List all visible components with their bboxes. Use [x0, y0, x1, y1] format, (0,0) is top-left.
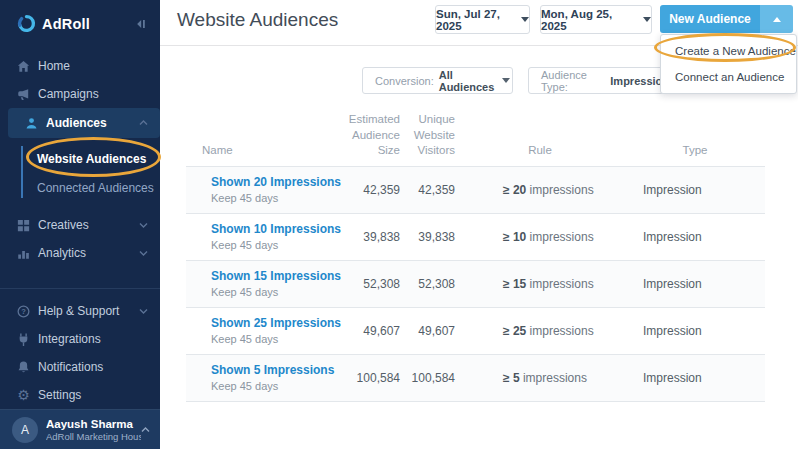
menu-item-create-new-audience[interactable]: Create a New Audience: [661, 38, 796, 64]
chevron-down-icon: [139, 308, 148, 314]
bar-chart-icon: [16, 246, 31, 261]
conversion-filter[interactable]: Conversion: All Audiences: [362, 67, 513, 94]
table-row: Shown 20 Impressions Keep 45 days 42,359…: [186, 167, 765, 214]
sidebar-item-campaigns[interactable]: Campaigns: [0, 80, 160, 108]
sidebar-item-help-support[interactable]: ? Help & Support: [0, 297, 160, 325]
sidebar-item-label: Home: [38, 59, 148, 73]
chevron-down-icon: [139, 250, 148, 256]
date-range-end[interactable]: Mon, Aug 25, 2025: [540, 5, 652, 34]
collapse-sidebar-icon[interactable]: [134, 18, 147, 30]
sidebar-nav: Home Campaigns Audiences Website Audienc…: [0, 52, 160, 409]
logo-row: AdRoll: [0, 4, 160, 43]
grid-icon: [16, 218, 31, 233]
type-value: Impression: [625, 277, 765, 291]
audience-type-filter[interactable]: Audience Type: Impression: [528, 67, 682, 94]
sidebar-item-analytics[interactable]: Analytics: [0, 239, 160, 267]
estimated-size-value: 49,607: [330, 324, 400, 338]
column-header-type: Type: [625, 143, 765, 159]
date-range-start[interactable]: Sun, Jul 27, 2025: [435, 5, 530, 34]
unique-visitors-value: 42,359: [400, 183, 455, 197]
filter-label: Conversion:: [375, 75, 434, 87]
chevron-down-icon: [139, 222, 148, 228]
rule-value: ≥ 20 impressions: [455, 183, 625, 197]
sidebar-item-label: Campaigns: [38, 87, 148, 101]
audience-keep-days: Keep 45 days: [211, 192, 330, 204]
estimated-size-value: 42,359: [330, 183, 400, 197]
unique-visitors-value: 52,308: [400, 277, 455, 291]
audience-name-link[interactable]: Shown 5 Impressions: [211, 363, 330, 377]
plug-icon: [16, 332, 31, 347]
sidebar-item-integrations[interactable]: Integrations: [0, 325, 160, 353]
svg-text:?: ?: [21, 307, 26, 316]
new-audience-label: New Audience: [669, 12, 751, 26]
sidebar-item-label: Analytics: [38, 246, 139, 260]
column-header-unique: Unique Website Visitors: [400, 112, 455, 159]
sidebar-item-creatives[interactable]: Creatives: [0, 211, 160, 239]
estimated-size-value: 52,308: [330, 277, 400, 291]
chevron-up-icon: [141, 427, 150, 433]
user-profile[interactable]: A Aayush Sharma AdRoll Marketing House..…: [0, 409, 160, 449]
audiences-submenu: Website Audiences Connected Audiences: [0, 138, 160, 206]
table-row: Shown 10 Impressions Keep 45 days 39,838…: [186, 214, 765, 261]
sub-item-label: Connected Audiences: [37, 181, 154, 195]
table-row: Shown 5 Impressions Keep 45 days 100,584…: [186, 355, 765, 402]
rule-value: ≥ 5 impressions: [455, 371, 625, 385]
question-icon: ?: [16, 304, 31, 319]
user-org: AdRoll Marketing House...: [46, 431, 141, 442]
table-header-row: Name Estimated Audience Size Unique Webs…: [186, 112, 765, 167]
new-audience-button[interactable]: New Audience: [660, 5, 760, 33]
avatar: A: [12, 417, 38, 443]
menu-item-connect-an-audience[interactable]: Connect an Audience: [661, 64, 796, 90]
audience-name-link[interactable]: Shown 25 Impressions: [211, 316, 330, 330]
audience-name-link[interactable]: Shown 10 Impressions: [211, 222, 330, 236]
type-value: Impression: [625, 183, 765, 197]
sub-item-label: Website Audiences: [37, 152, 146, 166]
estimated-size-value: 39,838: [330, 230, 400, 244]
caret-up-icon: [773, 17, 781, 22]
type-value: Impression: [625, 371, 765, 385]
estimated-size-value: 100,584: [330, 371, 400, 385]
date-end-label: Mon, Aug 25, 2025: [541, 8, 636, 32]
chevron-up-icon: [139, 120, 148, 126]
audience-keep-days: Keep 45 days: [211, 380, 330, 392]
sidebar-item-label: Audiences: [46, 116, 139, 130]
table-row: Shown 25 Impressions Keep 45 days 49,607…: [186, 308, 765, 355]
sidebar-item-website-audiences[interactable]: Website Audiences: [0, 144, 160, 173]
audience-keep-days: Keep 45 days: [211, 239, 330, 251]
new-audience-menu-toggle[interactable]: [760, 5, 793, 33]
megaphone-icon: [16, 87, 31, 102]
rule-value: ≥ 15 impressions: [455, 277, 625, 291]
new-audience-dropdown-menu: Create a New Audience Connect an Audienc…: [660, 34, 797, 94]
type-value: Impression: [625, 230, 765, 244]
bell-icon: [16, 360, 31, 375]
new-audience-split-button: New Audience: [660, 5, 793, 33]
sidebar-item-notifications[interactable]: Notifications: [0, 353, 160, 381]
table-row: Shown 15 Impressions Keep 45 days 52,308…: [186, 261, 765, 308]
unique-visitors-value: 39,838: [400, 230, 455, 244]
sidebar-item-label: Settings: [38, 388, 148, 402]
sidebar-item-settings[interactable]: ⚙ Settings: [0, 381, 160, 409]
user-meta: Aayush Sharma AdRoll Marketing House...: [46, 418, 141, 442]
audiences-table: Name Estimated Audience Size Unique Webs…: [186, 112, 765, 402]
sidebar-item-label: Creatives: [38, 218, 139, 232]
type-value: Impression: [625, 324, 765, 338]
audience-name-link[interactable]: Shown 15 Impressions: [211, 269, 330, 283]
sidebar-item-connected-audiences[interactable]: Connected Audiences: [0, 173, 160, 202]
audience-keep-days: Keep 45 days: [211, 333, 330, 345]
unique-visitors-value: 100,584: [400, 371, 455, 385]
home-icon: [16, 59, 31, 74]
sidebar-item-home[interactable]: Home: [0, 52, 160, 80]
sidebar-item-audiences[interactable]: Audiences: [8, 108, 160, 138]
audience-name-link[interactable]: Shown 20 Impressions: [211, 175, 330, 189]
main-content: Website Audiences Sun, Jul 27, 2025 Mon,…: [160, 0, 798, 449]
adroll-logo-icon: [17, 14, 36, 33]
caret-down-icon: [521, 17, 529, 22]
logo-text: AdRoll: [42, 16, 134, 32]
audience-keep-days: Keep 45 days: [211, 286, 330, 298]
sidebar-item-label: Notifications: [38, 360, 148, 374]
caret-down-icon: [643, 17, 651, 22]
user-name: Aayush Sharma: [46, 418, 141, 430]
sidebar-item-label: Help & Support: [38, 304, 139, 318]
rule-value: ≥ 10 impressions: [455, 230, 625, 244]
column-header-rule: Rule: [455, 143, 625, 159]
